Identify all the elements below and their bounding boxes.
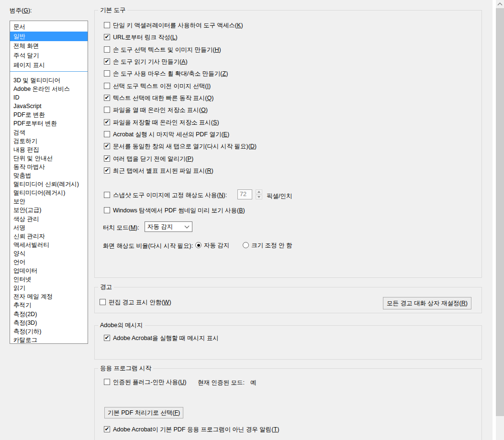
- radio-button[interactable]: [243, 242, 249, 248]
- group-adobe-messages: Adobe의 메시지 ✔Adobe Acrobat을 실행할 때 메시지 표시: [94, 325, 482, 360]
- category-item[interactable]: 전자 메일 계정: [10, 292, 88, 301]
- category-item[interactable]: 보안: [10, 197, 88, 206]
- category-item[interactable]: 색상 관리: [10, 215, 88, 223]
- category-item[interactable]: 읽기: [10, 284, 88, 292]
- category-item[interactable]: 멀티미디어 신뢰(레거시): [10, 180, 88, 188]
- checkbox[interactable]: [104, 70, 110, 77]
- category-item[interactable]: 검색: [10, 128, 88, 137]
- category-item[interactable]: 업데이터: [10, 266, 88, 275]
- checkbox-row[interactable]: 손 도구 사용 마우스 휠 확대/축소 만들기(Z): [104, 70, 257, 82]
- checkbox[interactable]: [104, 192, 110, 198]
- checkbox[interactable]: ✔: [104, 155, 110, 162]
- radio-button[interactable]: [195, 242, 202, 248]
- category-item[interactable]: 신뢰 관리자: [10, 232, 88, 241]
- scrollbar-thumb[interactable]: [496, 8, 504, 416]
- checkbox-row[interactable]: ✔URL로부터 링크 작성(L): [104, 33, 257, 45]
- checkbox[interactable]: [104, 83, 110, 89]
- checkbox[interactable]: [104, 131, 110, 137]
- suppress-edit-warnings-checkbox-row[interactable]: 편집 경고 표시 안함(W): [100, 298, 171, 307]
- checkbox[interactable]: ✔: [104, 143, 110, 149]
- category-item[interactable]: 언어: [10, 258, 88, 266]
- certified-plugins-checkbox-row[interactable]: 인증된 플러그-인만 사용(U): [104, 378, 186, 386]
- group-app-startup-title: 응용 프로그램 시작: [98, 365, 153, 372]
- snapshot-resolution-unit: 픽셀/인치: [267, 192, 292, 200]
- category-item[interactable]: 멀티미디어(레거시): [10, 188, 88, 197]
- category-item[interactable]: 양식: [10, 249, 88, 258]
- checkbox[interactable]: ✔: [104, 167, 110, 174]
- category-item[interactable]: 인터넷: [10, 275, 88, 284]
- checkbox-row[interactable]: ✔텍스트 선택에 대한 빠른 동작 표시(Q): [104, 94, 257, 106]
- category-item[interactable]: 추적기: [10, 301, 88, 309]
- category-item[interactable]: 액세서빌러티: [10, 241, 88, 249]
- checkbox-row[interactable]: ✔문서를 동일한 창의 새 탭으로 열기(다시 시작 필요)(D): [104, 143, 257, 154]
- category-item[interactable]: 문서: [10, 22, 88, 32]
- touch-mode-select[interactable]: 자동 감지: [145, 221, 192, 232]
- checkbox[interactable]: ✔: [104, 426, 110, 432]
- checkbox-row[interactable]: ✔최근 탭에서 별표 표시된 파일 표시(R): [104, 167, 257, 179]
- category-item[interactable]: PDF로부터 변환: [10, 119, 88, 128]
- vertical-scrollbar[interactable]: [496, 0, 504, 440]
- checkbox[interactable]: ✔: [104, 119, 110, 125]
- group-basic-tools: 기본 도구 단일 키 액셀러레이터를 사용하여 도구 액세스(K)✔URL로부터…: [94, 10, 482, 278]
- category-item[interactable]: 카탈로그: [10, 336, 88, 344]
- category-item[interactable]: 동작 마법사: [10, 163, 88, 171]
- category-item[interactable]: 검토하기: [10, 137, 88, 145]
- snapshot-resolution-checkbox-row[interactable]: 스냅샷 도구 이미지에 고정 해상도 사용(N):: [104, 191, 227, 199]
- checkbox[interactable]: [104, 46, 110, 53]
- checkbox[interactable]: ✔: [104, 58, 110, 65]
- radio-auto-detect[interactable]: 자동 감지: [195, 242, 229, 250]
- radio-label: 자동 감지: [204, 242, 229, 250]
- category-item[interactable]: 측정(3D): [10, 319, 88, 327]
- group-basic-tools-title: 기본 도구: [98, 7, 127, 14]
- category-item[interactable]: 측정(2D): [10, 310, 88, 319]
- checkbox[interactable]: [104, 207, 110, 213]
- checkbox-label: Adobe Acrobat을 실행할 때 메시지 표시: [113, 334, 219, 342]
- checkbox[interactable]: ✔: [104, 95, 110, 101]
- checkbox-row[interactable]: 단일 키 액셀러레이터를 사용하여 도구 액세스(K): [104, 22, 257, 33]
- checkbox-row[interactable]: ✔여러 탭을 닫기 전에 알리기(P): [104, 155, 257, 167]
- checkbox-row[interactable]: ✔파일을 저장할 때 온라인 저장소 표시(S): [104, 119, 257, 131]
- group-warnings: 경고 편집 경고 표시 안함(W) 모든 경고 대화 상자 재설정(R): [94, 287, 482, 313]
- checkbox[interactable]: [100, 299, 106, 305]
- pdf-thumbnail-checkbox-row[interactable]: Windows 탐색에서 PDF 썸네일 미리 보기 사용(B): [104, 207, 245, 215]
- checkbox[interactable]: [104, 22, 110, 28]
- category-item[interactable]: 3D 및 멀티미디어: [10, 76, 88, 85]
- scrollbar-up-button[interactable]: [496, 0, 504, 8]
- checkbox-row[interactable]: Acrobat 실행 시 마지막 세션의 PDF 열기(E): [104, 131, 257, 143]
- category-item[interactable]: JavaScript: [10, 102, 88, 110]
- checkbox-row[interactable]: 파일을 열 때 온라인 저장소 표시(O): [104, 106, 257, 118]
- checkbox[interactable]: ✔: [104, 335, 110, 341]
- category-item[interactable]: 서명: [10, 223, 88, 232]
- checkbox-row[interactable]: 손 도구 선택 텍스트 및 이미지 만들기(H): [104, 46, 257, 58]
- category-item[interactable]: 보안(고급): [10, 206, 88, 214]
- radio-no-scaling[interactable]: 크기 조정 안 함: [243, 242, 292, 250]
- category-item[interactable]: PDF로 변환: [10, 110, 88, 119]
- category-item[interactable]: 맞춤법: [10, 171, 88, 180]
- notify-not-default-checkbox-row[interactable]: ✔Adobe Acrobat이 기본 PDF 응용 프로그램이 아닌 경우 알림…: [104, 426, 279, 434]
- category-item[interactable]: ID: [10, 93, 88, 102]
- show-messages-checkbox-row[interactable]: ✔Adobe Acrobat을 실행할 때 메시지 표시: [104, 334, 219, 342]
- category-item[interactable]: 일반: [10, 32, 88, 41]
- group-app-startup: 응용 프로그램 시작 인증된 플러그-인만 사용(U) 현재 인증된 모드: 예…: [94, 368, 482, 440]
- reset-all-warnings-button[interactable]: 모든 경고 대화 상자 재설정(R): [383, 297, 471, 309]
- category-item[interactable]: 전체 화면: [10, 41, 88, 51]
- checkbox[interactable]: [104, 379, 110, 385]
- category-item[interactable]: 단위 및 안내선: [10, 154, 88, 163]
- checkbox-row[interactable]: ✔손 도구 읽기 기사 만들기(A): [104, 58, 257, 70]
- checkbox-label: Acrobat 실행 시 마지막 세션의 PDF 열기(E): [113, 131, 229, 139]
- category-item[interactable]: Adobe 온라인 서비스: [10, 85, 88, 93]
- checkbox[interactable]: [104, 107, 110, 113]
- category-separator: [10, 70, 88, 76]
- category-item[interactable]: 측정(기하): [10, 327, 88, 336]
- category-item[interactable]: 내용 편집: [10, 145, 88, 154]
- category-listbox[interactable]: 문서일반전체 화면주석 달기페이지 표시3D 및 멀티미디어Adobe 온라인 …: [10, 21, 88, 344]
- checkbox-row[interactable]: 선택 도구 텍스트 이전 이미지 선택(I): [104, 82, 257, 94]
- checkbox-label: 선택 도구 텍스트 이전 이미지 선택(I): [113, 82, 211, 90]
- up-arrow-icon: [258, 191, 260, 193]
- category-item[interactable]: 주석 달기: [10, 51, 88, 60]
- checkbox-label: 편집 경고 표시 안함(W): [109, 298, 171, 307]
- checkbox-label: 손 도구 선택 텍스트 및 이미지 만들기(H): [113, 46, 221, 54]
- category-item[interactable]: 페이지 표시: [10, 60, 88, 70]
- default-pdf-handler-button[interactable]: 기본 PDF 처리기로 선택(F): [104, 407, 183, 418]
- checkbox[interactable]: ✔: [104, 34, 110, 40]
